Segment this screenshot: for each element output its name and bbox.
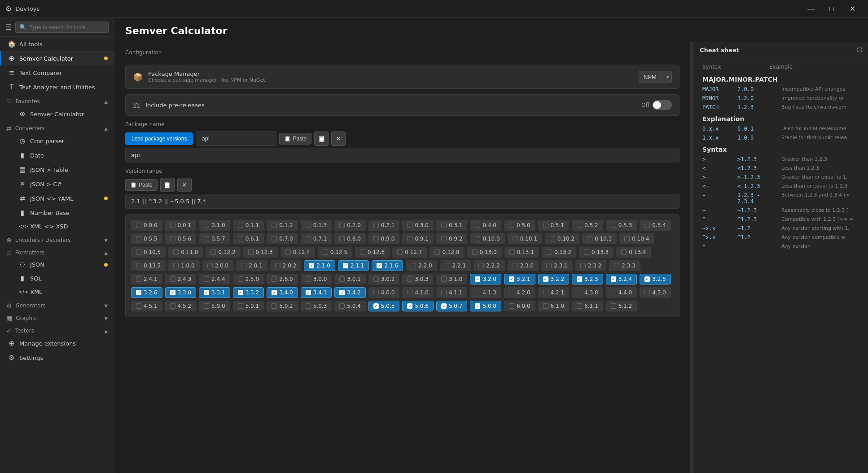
sidebar-item-text-comparer[interactable]: ≡ Text Comparer [0,66,114,80]
version-chip[interactable]: 4.0.0 [368,287,400,298]
paste-version-range-button[interactable]: 📋 Paste [125,179,158,191]
version-chip[interactable]: 0.2.0 [334,220,366,231]
version-chip[interactable]: ✓5.0.7 [436,301,468,311]
version-chip[interactable]: 4.5.2 [165,301,197,311]
version-chip[interactable]: 2.2.2 [473,260,505,271]
prerelease-toggle[interactable] [652,100,672,110]
version-chip[interactable]: ✓3.4.1 [301,287,332,298]
version-chip[interactable]: 2.0.0 [202,260,234,271]
version-chip[interactable]: 0.10.1 [508,233,542,244]
version-chip[interactable]: 0.5.6 [165,233,197,244]
version-chip[interactable]: 4.4.0 [606,287,637,298]
version-chip[interactable]: 0.12.4 [281,247,315,258]
package-name-input[interactable] [196,131,276,146]
version-chip[interactable]: 2.0.1 [236,260,267,271]
version-chip[interactable]: ✓3.2.1 [504,274,535,285]
version-chip[interactable]: ✓3.3.1 [199,287,230,298]
version-chip[interactable]: 2.2.1 [440,260,471,271]
version-chip[interactable]: 2.4.1 [131,274,162,285]
minimize-button[interactable]: — [801,2,821,16]
clear-package-name-button[interactable]: ✕ [331,131,346,146]
sidebar-item-date[interactable]: ▮ Date [0,148,114,162]
version-chip[interactable]: ✓5.0.5 [368,301,400,311]
version-chip[interactable]: ✓3.2.0 [470,274,501,285]
version-chip[interactable]: ✓2.1.6 [372,260,403,271]
version-chip[interactable]: 0.5.7 [199,233,230,244]
copy-package-name-button[interactable]: 📋 [314,131,329,146]
version-chip[interactable]: 0.7.1 [301,233,332,244]
search-box[interactable]: 🔍 [15,22,109,33]
version-chip[interactable]: ✓3.3.0 [165,287,197,298]
section-favorites[interactable]: ♡ Favorites ▲ [0,94,114,107]
version-chip[interactable]: 0.13.0 [467,247,502,258]
version-chip[interactable]: 0.4.0 [470,220,501,231]
version-chip[interactable]: 2.3.2 [575,260,607,271]
search-input[interactable] [29,24,105,31]
version-chip[interactable]: 0.10.4 [619,233,654,244]
version-chip[interactable]: 0.0.0 [131,220,162,231]
version-chip[interactable]: 4.5.0 [640,287,671,298]
version-chip[interactable]: 0.10.2 [545,233,579,244]
version-chip[interactable]: 3.1.0 [436,274,468,285]
version-chip[interactable]: 4.2.1 [538,287,570,298]
version-chip[interactable]: 3.0.2 [368,274,400,285]
version-chip[interactable]: 0.13.1 [504,247,539,258]
version-chip[interactable]: 2.3.0 [508,260,539,271]
version-chip[interactable]: 0.1.1 [233,220,264,231]
version-chip[interactable]: 4.2.0 [504,287,535,298]
version-chip[interactable]: 0.12.8 [430,247,464,258]
version-chip[interactable]: 0.5.4 [640,220,671,231]
version-chip[interactable]: 6.0.0 [504,301,535,311]
version-chip[interactable]: 0.5.3 [606,220,637,231]
sidebar-item-text-analyzer[interactable]: T Text Analyzer and Utilities [0,80,114,94]
version-chip[interactable]: 0.10.3 [582,233,617,244]
version-chip[interactable]: 0.12.6 [355,247,390,258]
version-chip[interactable]: ✓3.2.3 [572,274,603,285]
version-chip[interactable]: 4.3.0 [572,287,603,298]
version-chip[interactable]: 5.0.1 [233,301,264,311]
sidebar-item-cron[interactable]: ◷ Cron parser [0,134,114,148]
close-button[interactable]: ✕ [842,2,863,16]
load-versions-button[interactable]: Load package versions [125,132,193,145]
version-chip[interactable]: 4.1.0 [402,287,434,298]
version-chip[interactable]: 0.3.1 [436,220,468,231]
version-chip[interactable]: 0.1.2 [267,220,298,231]
version-chip[interactable]: 3.0.3 [402,274,434,285]
sidebar-item-settings[interactable]: ⚙ Settings [0,350,114,365]
version-chip[interactable]: 0.5.1 [538,220,570,231]
sidebar-item-semver[interactable]: ⊕ Semver Calculator [0,51,114,66]
sidebar-item-sql[interactable]: ▮ SQL [0,271,114,285]
sidebar-item-all-tools[interactable]: 🏠 All tools [0,37,114,51]
version-chip[interactable]: 5.0.0 [199,301,230,311]
version-chip[interactable]: 0.12.3 [243,247,278,258]
sidebar-item-json-yaml[interactable]: ⇄ JSON <> YAML [0,191,114,206]
version-chip[interactable]: 0.7.0 [267,233,298,244]
version-chip[interactable]: 0.5.2 [572,220,603,231]
sidebar-item-manage-ext[interactable]: ⊕ Manage extensions [0,336,114,350]
package-manager-select[interactable]: NPM NuGet [639,71,672,83]
version-chip[interactable]: 0.12.5 [318,247,352,258]
version-chip[interactable]: 2.4.4 [199,274,230,285]
sidebar-item-json-format[interactable]: {} JSON [0,258,114,271]
version-chip[interactable]: 5.0.4 [334,301,366,311]
section-generators[interactable]: ⚙ Generators ▼ [0,298,114,311]
version-chip[interactable]: 0.11.0 [168,247,203,258]
version-chip[interactable]: ✓3.4.0 [267,287,298,298]
section-converters[interactable]: ⇄ Converters ▲ [0,121,114,134]
sidebar-item-xml[interactable]: </> XML [0,285,114,298]
version-chip[interactable]: 2.3.1 [541,260,573,271]
expand-cheat-sheet-icon[interactable]: ⛶ [857,47,862,53]
version-chip[interactable]: 0.3.0 [402,220,434,231]
version-chip[interactable]: 2.5.0 [233,274,264,285]
version-chip[interactable]: ✓3.2.2 [538,274,570,285]
version-chip[interactable]: 6.1.1 [572,301,603,311]
version-chip[interactable]: 0.10.0 [470,233,504,244]
version-chip[interactable]: 2.3.3 [609,260,640,271]
version-chip[interactable]: 3.0.0 [301,274,332,285]
version-chip[interactable]: 2.6.0 [267,274,298,285]
version-chip[interactable]: 0.9.0 [368,233,400,244]
version-chip[interactable]: 0.0.1 [165,220,197,231]
version-chip[interactable]: 0.5.0 [504,220,535,231]
version-chip[interactable]: 6.1.0 [538,301,570,311]
version-chip[interactable]: 0.13.2 [542,247,576,258]
